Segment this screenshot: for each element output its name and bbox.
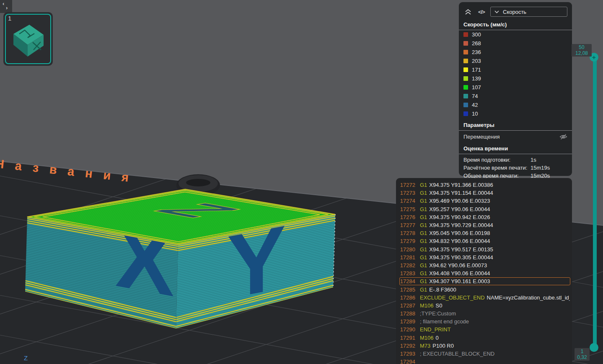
- gcode-line-number: 17274: [400, 198, 415, 204]
- legend-item[interactable]: 10: [463, 109, 567, 118]
- legend-item-label: 268: [472, 40, 481, 46]
- gcode-arguments: X94.375 Y91.154 E.00044: [429, 190, 493, 196]
- gcode-line[interactable]: 17275G1X95.257 Y90.06 E.00044: [399, 205, 570, 213]
- gcode-line[interactable]: 17289; filament end gcode: [399, 318, 570, 325]
- layer-slider-handle-bottom[interactable]: [590, 343, 598, 352]
- gcode-arguments: X95.257 Y90.06 E.00044: [429, 206, 490, 212]
- legend-color-swatch: [463, 32, 468, 37]
- gcode-line-number: 17272: [400, 182, 415, 188]
- bottom-layer-number: 1: [576, 349, 588, 354]
- gcode-line[interactable]: 17294: [399, 358, 570, 364]
- thumbnail-model-image: [8, 16, 49, 62]
- gcode-command: G1: [420, 270, 427, 276]
- gcode-line-number: 17283: [400, 270, 415, 276]
- gcode-command: G1: [420, 198, 427, 204]
- gcode-line[interactable]: 17285G1E-.8 F3600: [399, 285, 570, 293]
- gcode-line-number: 17288: [400, 310, 415, 317]
- gcode-viewer-panel[interactable]: 17272G1X94.375 Y91.366 E.0038617273G1X94…: [396, 178, 572, 364]
- gcode-command: END_PRINT: [420, 326, 451, 333]
- chevron-left-icon: ‹: [3, 0, 4, 7]
- gcode-line[interactable]: 17292M73P100 R0: [399, 342, 570, 350]
- gcode-command: M73: [420, 343, 430, 349]
- gcode-arguments: E-.8 F3600: [429, 287, 456, 293]
- gcode-line[interactable]: 17286EXCLUDE_OBJECT_ENDNAME=xyzCalibrati…: [399, 294, 570, 302]
- gcode-command: EXCLUDE_OBJECT_END: [420, 294, 485, 301]
- divider: [459, 154, 572, 154]
- gcode-line-selected[interactable]: 17284G1X94.307 Y90.161 E.0003: [399, 277, 570, 285]
- legend-item[interactable]: 236: [463, 48, 567, 57]
- legend-item-label: 139: [472, 75, 481, 82]
- gcode-line[interactable]: 17288;TYPE:Custom: [399, 310, 570, 318]
- gcode-line[interactable]: 17283G1X94.408 Y90.06 E.00044: [399, 269, 570, 277]
- plate-thumbnail[interactable]: 1: [3, 12, 53, 66]
- gcode-line[interactable]: 17274G1X95.469 Y90.06 E.00323: [399, 197, 570, 205]
- gcode-arguments: X94.375 Y90.517 E.00135: [429, 246, 493, 253]
- gcode-line[interactable]: 17276G1X94.375 Y90.942 E.0026: [399, 213, 570, 221]
- chevrons-up-icon: [464, 8, 472, 15]
- gcode-command: G1: [420, 254, 427, 261]
- legend-item[interactable]: 203: [463, 57, 567, 65]
- gcode-command: G1: [420, 262, 427, 268]
- plus-icon: +: [592, 54, 596, 61]
- layer-slider-track[interactable]: [593, 57, 597, 348]
- gcode-line[interactable]: 17291M1060: [399, 334, 570, 342]
- gcode-line-number: 17289: [400, 318, 415, 325]
- gcode-line-number: 17287: [400, 302, 415, 309]
- gcode-line[interactable]: 17273G1X94.375 Y91.154 E.00044: [399, 189, 570, 197]
- legend-item[interactable]: 107: [463, 83, 567, 92]
- legend-item[interactable]: 139: [463, 74, 567, 83]
- legend-header: </> Скорость: [463, 6, 567, 18]
- gcode-line-number: 17285: [400, 287, 415, 293]
- legend-item[interactable]: 268: [463, 39, 567, 48]
- gcode-line[interactable]: 17277G1X94.375 Y90.729 E.00044: [399, 221, 570, 229]
- legend-item[interactable]: 171: [463, 65, 567, 74]
- time-label: Расчётное время печати:: [463, 165, 531, 171]
- gcode-line[interactable]: 17290END_PRINT: [399, 325, 570, 333]
- thumbnail-plate-number: 1: [8, 15, 11, 22]
- gcode-arguments: X94.408 Y90.06 E.00044: [429, 270, 490, 276]
- gcode-command: G1: [420, 190, 427, 196]
- gcode-line[interactable]: 17282G1X94.62 Y90.06 E.00073: [399, 261, 570, 269]
- legend-color-swatch: [463, 111, 468, 116]
- legend-item-label: 74: [472, 93, 478, 99]
- travel-moves-label: Перемещения: [463, 134, 499, 140]
- gcode-line[interactable]: 17278G1X95.045 Y90.06 E.00198: [399, 229, 570, 237]
- legend-item[interactable]: 74: [463, 92, 567, 101]
- collapse-legend-button[interactable]: [463, 7, 473, 16]
- z-axis-label: Z: [24, 354, 28, 361]
- layer-slider-top-tooltip: 50 12,08: [572, 44, 592, 57]
- chevron-right-icon: ›: [6, 5, 8, 11]
- time-row: Расчётное время печати: 15m19s: [463, 164, 567, 172]
- gcode-command: G1: [420, 246, 427, 253]
- time-row: Время подготовки: 1s: [463, 156, 567, 164]
- gcode-line-number: 17278: [400, 230, 415, 236]
- gcode-line[interactable]: 17272G1X94.375 Y91.366 E.00386: [399, 181, 570, 189]
- gcode-arguments: 0: [436, 335, 439, 341]
- gcode-command: G1: [420, 222, 427, 228]
- gcode-line[interactable]: 17280G1X94.375 Y90.517 E.00135: [399, 245, 570, 253]
- gcode-line[interactable]: 17279G1X94.832 Y90.06 E.00044: [399, 237, 570, 245]
- gcode-line[interactable]: 17293; EXECUTABLE_BLOCK_END: [399, 350, 570, 358]
- gcode-line-number: 17273: [400, 190, 415, 196]
- gcode-command: G1: [420, 230, 427, 236]
- gcode-window-button[interactable]: </>: [477, 7, 486, 16]
- gcode-line-number: 17277: [400, 222, 415, 228]
- time-value: 15m19s: [531, 165, 550, 171]
- gcode-line-number: 17279: [400, 238, 415, 244]
- gcode-arguments: X94.375 Y90.942 E.0026: [429, 214, 490, 220]
- legend-item[interactable]: 42: [463, 101, 567, 109]
- gcode-line[interactable]: 17281G1X94.375 Y90.305 E.00044: [399, 253, 570, 261]
- gcode-line[interactable]: 17287M106S0: [399, 302, 570, 310]
- collapse-objects-panel-button[interactable]: ‹ ›: [0, 0, 12, 13]
- legend-item-label: 42: [472, 102, 478, 108]
- legend-items-list: 300268236203171139107744210: [463, 30, 567, 118]
- gcode-command: G1: [420, 206, 427, 212]
- eye-off-icon[interactable]: [559, 134, 567, 140]
- view-type-dropdown[interactable]: Скорость: [490, 7, 567, 17]
- divider: [459, 130, 572, 131]
- legend-item[interactable]: 300: [463, 30, 567, 39]
- view-type-value: Скорость: [503, 9, 526, 15]
- top-layer-height: 12,08: [573, 50, 590, 56]
- travel-moves-row[interactable]: Перемещения: [463, 132, 567, 142]
- legend-item-label: 107: [472, 84, 481, 90]
